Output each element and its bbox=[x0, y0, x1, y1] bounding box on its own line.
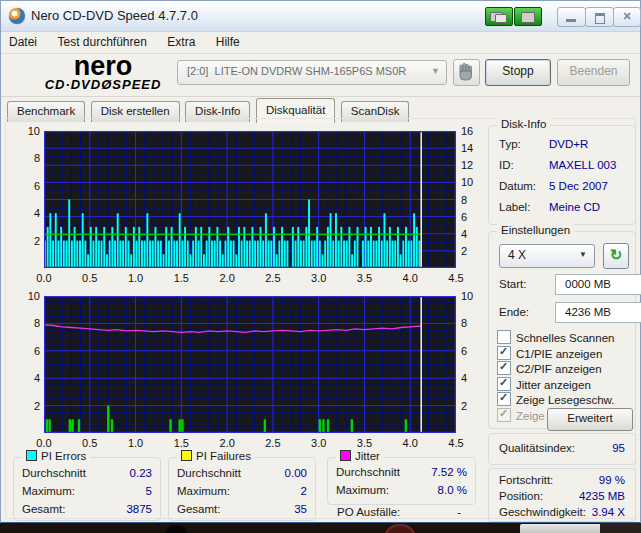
pi-errors-box: PI Errors Durchschnitt0.23 Maximum:5 Ges… bbox=[13, 457, 161, 521]
pif-total-value: 35 bbox=[294, 503, 307, 515]
checkbox-label: Schnelles Scannen bbox=[516, 332, 614, 344]
pif-avg-value: 0.00 bbox=[285, 467, 307, 479]
jitter-legend: Jitter bbox=[336, 450, 384, 462]
maximize-button[interactable] bbox=[585, 7, 614, 27]
window-title: Nero CD-DVD Speed 4.7.7.0 bbox=[31, 8, 198, 23]
checkbox-icon[interactable] bbox=[497, 361, 511, 375]
speed-select[interactable]: 4 X ▼ bbox=[499, 244, 595, 268]
jitter-avg-label: Durchschnitt bbox=[336, 466, 400, 478]
jitter-max-label: Maximum: bbox=[336, 484, 389, 496]
desktop-shape bbox=[385, 524, 415, 533]
checkbox-icon[interactable] bbox=[497, 330, 511, 344]
checkbox-label: Zeige Lesegeschw. bbox=[516, 394, 614, 406]
pi-failures-title: PI Failures bbox=[196, 450, 251, 462]
progress-box: Fortschritt:99 % Position:4235 MB Geschw… bbox=[488, 468, 636, 522]
menu-datei[interactable]: Datei bbox=[1, 32, 45, 49]
pi-errors-title: PI Errors bbox=[41, 450, 86, 462]
refresh-button[interactable]: ↻ bbox=[603, 243, 629, 269]
menu-extra[interactable]: Extra bbox=[159, 32, 203, 49]
chevron-down-icon: ▼ bbox=[579, 250, 587, 259]
pie-avg-value: 0.23 bbox=[130, 467, 152, 479]
cyan-legend-swatch bbox=[26, 450, 37, 461]
chevron-down-icon: ▼ bbox=[431, 66, 440, 76]
checkbox-icon[interactable] bbox=[497, 377, 511, 391]
pi-errors-chart: 2468102468101214160.00.51.01.52.02.53.03… bbox=[44, 131, 456, 268]
cdvdspeed-logo-text: CD·DVDØSPEED bbox=[33, 78, 173, 91]
drive-select-value: [2:0] LITE-ON DVDRW SHM-165P6S MS0R bbox=[187, 65, 406, 77]
quality-index-label: Qualitätsindex: bbox=[499, 442, 575, 454]
jitter-max-value: 8.0 % bbox=[438, 484, 467, 496]
pi-failures-legend: PI Failures bbox=[177, 450, 255, 462]
pif-total-label: Gesamt: bbox=[177, 503, 220, 515]
disk-id-value: MAXELL 003 bbox=[549, 159, 616, 171]
minimize-button[interactable] bbox=[557, 7, 586, 27]
stop-button[interactable]: Stopp bbox=[485, 59, 551, 86]
close-button[interactable]: ✕ bbox=[613, 7, 641, 27]
disk-info-title: Disk-Info bbox=[497, 118, 550, 130]
disk-label-label: Label: bbox=[499, 201, 530, 213]
refresh-icon: ↻ bbox=[610, 246, 623, 263]
po-value: - bbox=[457, 506, 461, 518]
start-label: Start: bbox=[499, 278, 526, 290]
hand-icon bbox=[458, 63, 474, 81]
pif-max-value: 2 bbox=[301, 485, 307, 497]
checkbox-c2-pif-anzeigen[interactable]: C2/PIF anzeigen bbox=[497, 361, 602, 376]
checkbox-label: Jitter anzeigen bbox=[516, 379, 591, 391]
checkbox-c1-pie-anzeigen[interactable]: C1/PIE anzeigen bbox=[497, 346, 602, 361]
advanced-button[interactable]: Erweitert bbox=[547, 408, 633, 431]
settings-title: Einstellungen bbox=[497, 224, 574, 236]
jitter-avg-value: 7.52 % bbox=[431, 466, 467, 478]
fortschritt-value: 99 % bbox=[599, 474, 625, 486]
disk-id-label: ID: bbox=[499, 159, 514, 171]
position-label: Position: bbox=[499, 490, 543, 502]
pif-max-label: Maximum: bbox=[177, 485, 230, 497]
checkbox-label: C2/PIF anzeigen bbox=[516, 363, 602, 375]
minimize-icon bbox=[566, 19, 576, 22]
pie-total-label: Gesamt: bbox=[22, 503, 65, 515]
pie-avg-label: Durchschnitt bbox=[22, 467, 86, 479]
tab-strip: Benchmark Disk erstellen Disk-Info Diskq… bbox=[7, 97, 410, 119]
yellow-legend-swatch bbox=[181, 450, 192, 461]
po-label: PO Ausfälle: bbox=[337, 506, 400, 518]
nero-logo-text: nero bbox=[33, 54, 173, 78]
checkbox-jitter-anzeigen[interactable]: Jitter anzeigen bbox=[497, 377, 591, 392]
checkbox-schnelles-scannen[interactable]: Schnelles Scannen bbox=[497, 330, 614, 345]
screenshot-button[interactable] bbox=[485, 7, 513, 26]
magenta-legend-swatch bbox=[340, 450, 351, 461]
settings-groupbox: Einstellungen 4 X ▼ ↻ Start: 0000 MB End… bbox=[488, 231, 636, 429]
position-value: 4235 MB bbox=[579, 490, 625, 502]
chart-canvas bbox=[44, 296, 456, 433]
quality-index-box: Qualitätsindex:95 bbox=[488, 433, 636, 465]
checkbox-label: C1/PIE anzeigen bbox=[516, 348, 602, 360]
disk-datum-value: 5 Dec 2007 bbox=[549, 180, 608, 192]
save-button[interactable] bbox=[514, 7, 542, 26]
ende-input[interactable]: 4236 MB bbox=[555, 302, 641, 323]
geschwindigkeit-label: Geschwindigkeit: bbox=[499, 506, 586, 518]
eject-hand-button[interactable] bbox=[453, 59, 480, 86]
app-icon bbox=[9, 8, 25, 24]
disk-typ-value: DVD+R bbox=[549, 138, 588, 150]
checkbox-icon[interactable] bbox=[497, 392, 511, 406]
disk-datum-label: Datum: bbox=[499, 180, 536, 192]
checkbox-icon bbox=[497, 408, 511, 422]
menu-hilfe[interactable]: Hilfe bbox=[208, 32, 248, 49]
checkbox-zeige-lesegeschw-[interactable]: Zeige Lesegeschw. bbox=[497, 392, 614, 407]
speed-select-value: 4 X bbox=[508, 248, 526, 262]
title-bar: Nero CD-DVD Speed 4.7.7.0 ✕ bbox=[1, 1, 640, 32]
menu-test-durchfuehren[interactable]: Test durchführen bbox=[49, 32, 154, 49]
pi-failures-jitter-chart: 2468102468100.00.51.01.52.02.53.03.54.04… bbox=[44, 296, 456, 433]
checkbox-icon[interactable] bbox=[497, 346, 511, 360]
exit-button[interactable]: Beenden bbox=[557, 59, 630, 86]
close-icon: ✕ bbox=[622, 10, 631, 22]
pie-total-value: 3875 bbox=[126, 503, 152, 515]
nero-logo: nero CD·DVDØSPEED bbox=[33, 54, 173, 91]
start-input[interactable]: 0000 MB bbox=[555, 274, 641, 295]
screenshot-icon-2 bbox=[495, 14, 507, 23]
pie-max-label: Maximum: bbox=[22, 485, 75, 497]
drive-select[interactable]: [2:0] LITE-ON DVDRW SHM-165P6S MS0R ▼ bbox=[177, 60, 447, 85]
jitter-box: Jitter Durchschnitt7.52 % Maximum:8.0 % bbox=[327, 457, 476, 505]
save-disk-icon bbox=[521, 12, 535, 23]
pif-avg-label: Durchschnitt bbox=[177, 467, 241, 479]
quality-index-value: 95 bbox=[612, 442, 625, 454]
app-window: Nero CD-DVD Speed 4.7.7.0 ✕ Datei Test d… bbox=[0, 0, 641, 524]
